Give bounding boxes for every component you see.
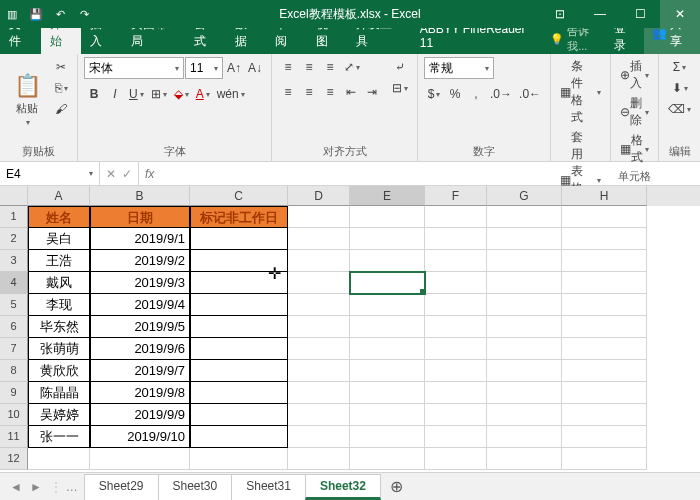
row-header[interactable]: 8 — [0, 360, 28, 382]
indent-increase-icon[interactable]: ⇥ — [362, 82, 382, 102]
cell[interactable] — [28, 448, 90, 470]
cell[interactable] — [350, 316, 425, 338]
col-header-A[interactable]: A — [28, 186, 90, 206]
cell[interactable]: 吴白 — [28, 228, 90, 250]
cell[interactable] — [487, 382, 562, 404]
col-header-B[interactable]: B — [90, 186, 190, 206]
align-left-icon[interactable]: ≡ — [278, 82, 298, 102]
underline-button[interactable]: U▾ — [126, 84, 147, 104]
increase-font-icon[interactable]: A↑ — [224, 57, 244, 79]
cell[interactable] — [487, 206, 562, 228]
cell[interactable] — [425, 338, 487, 360]
sheet-tab[interactable]: Sheet30 — [158, 474, 233, 500]
decrease-decimal-icon[interactable]: .0← — [516, 84, 544, 104]
cell[interactable] — [288, 206, 350, 228]
cell[interactable] — [190, 294, 288, 316]
app-menu-icon[interactable]: ▥ — [0, 8, 24, 21]
cell[interactable] — [487, 272, 562, 294]
phonetic-icon[interactable]: wén▾ — [214, 84, 248, 104]
cell[interactable] — [190, 448, 288, 470]
col-header-C[interactable]: C — [190, 186, 288, 206]
accept-formula-icon[interactable]: ✓ — [122, 167, 132, 181]
cell[interactable]: 陈晶晶 — [28, 382, 90, 404]
cell[interactable]: 王浩 — [28, 250, 90, 272]
cell[interactable]: 戴风 — [28, 272, 90, 294]
cell[interactable] — [190, 316, 288, 338]
cell[interactable] — [350, 250, 425, 272]
row-header[interactable]: 4 — [0, 272, 28, 294]
row-header[interactable]: 7 — [0, 338, 28, 360]
cell[interactable] — [425, 382, 487, 404]
cell[interactable]: 黄欣欣 — [28, 360, 90, 382]
cell[interactable] — [350, 338, 425, 360]
cell[interactable] — [562, 404, 647, 426]
row-header[interactable]: 5 — [0, 294, 28, 316]
col-header-E[interactable]: E — [350, 186, 425, 206]
cell[interactable] — [190, 272, 288, 294]
cell[interactable] — [487, 448, 562, 470]
bold-button[interactable]: B — [84, 84, 104, 104]
cell[interactable] — [487, 404, 562, 426]
number-format-select[interactable]: 常规▾ — [424, 57, 494, 79]
merge-icon[interactable]: ⊟▾ — [389, 78, 411, 98]
cell[interactable]: 2019/9/5 — [90, 316, 190, 338]
cell[interactable] — [350, 228, 425, 250]
sheet-tab[interactable]: Sheet31 — [231, 474, 306, 500]
fill-color-button[interactable]: ⬙▾ — [171, 84, 192, 104]
row-header[interactable]: 2 — [0, 228, 28, 250]
cell[interactable] — [288, 448, 350, 470]
align-middle-icon[interactable]: ≡ — [299, 57, 319, 77]
cell[interactable]: 2019/9/1 — [90, 228, 190, 250]
cell[interactable] — [562, 382, 647, 404]
cell[interactable] — [425, 272, 487, 294]
save-icon[interactable]: 💾 — [24, 8, 48, 21]
row-header[interactable]: 12 — [0, 448, 28, 470]
cell[interactable]: 2019/9/4 — [90, 294, 190, 316]
border-button[interactable]: ⊞▾ — [148, 84, 170, 104]
cell[interactable] — [350, 382, 425, 404]
name-box[interactable]: E4▾ — [0, 162, 100, 185]
cell[interactable] — [487, 316, 562, 338]
cell[interactable] — [190, 426, 288, 448]
cell[interactable] — [190, 382, 288, 404]
cell[interactable] — [288, 272, 350, 294]
cell[interactable]: 李现 — [28, 294, 90, 316]
row-header[interactable]: 3 — [0, 250, 28, 272]
fx-icon[interactable]: fx — [139, 167, 160, 181]
cell[interactable] — [350, 448, 425, 470]
row-header[interactable]: 11 — [0, 426, 28, 448]
cut-icon[interactable]: ✂ — [51, 57, 71, 77]
cell[interactable] — [288, 382, 350, 404]
cell[interactable]: 姓名 — [28, 206, 90, 228]
cell[interactable] — [350, 404, 425, 426]
cell[interactable] — [425, 426, 487, 448]
wrap-text-icon[interactable]: ⤶ — [389, 57, 411, 77]
cell[interactable] — [350, 426, 425, 448]
align-right-icon[interactable]: ≡ — [320, 82, 340, 102]
col-header-D[interactable]: D — [288, 186, 350, 206]
cell[interactable] — [425, 404, 487, 426]
cell[interactable] — [190, 228, 288, 250]
cell[interactable] — [288, 360, 350, 382]
autosum-icon[interactable]: Σ▾ — [665, 57, 694, 77]
row-header[interactable]: 9 — [0, 382, 28, 404]
cell[interactable] — [425, 316, 487, 338]
sheet-tab[interactable]: Sheet29 — [84, 474, 159, 500]
cell[interactable]: 张一一 — [28, 426, 90, 448]
cell[interactable] — [487, 250, 562, 272]
row-header[interactable]: 6 — [0, 316, 28, 338]
cell[interactable] — [350, 272, 425, 294]
orientation-icon[interactable]: ⤢▾ — [341, 57, 363, 77]
cell[interactable] — [562, 316, 647, 338]
font-name-select[interactable]: 宋体▾ — [84, 57, 184, 79]
delete-cells-button[interactable]: ⊖ 删除▾ — [617, 94, 652, 130]
col-header-H[interactable]: H — [562, 186, 647, 206]
cell[interactable] — [288, 338, 350, 360]
conditional-format-button[interactable]: ▦ 条件格式▾ — [557, 57, 604, 127]
maximize-icon[interactable]: ☐ — [620, 0, 660, 28]
align-bottom-icon[interactable]: ≡ — [320, 57, 340, 77]
cell[interactable] — [190, 250, 288, 272]
decrease-font-icon[interactable]: A↓ — [245, 57, 265, 79]
align-center-icon[interactable]: ≡ — [299, 82, 319, 102]
cell[interactable] — [288, 294, 350, 316]
